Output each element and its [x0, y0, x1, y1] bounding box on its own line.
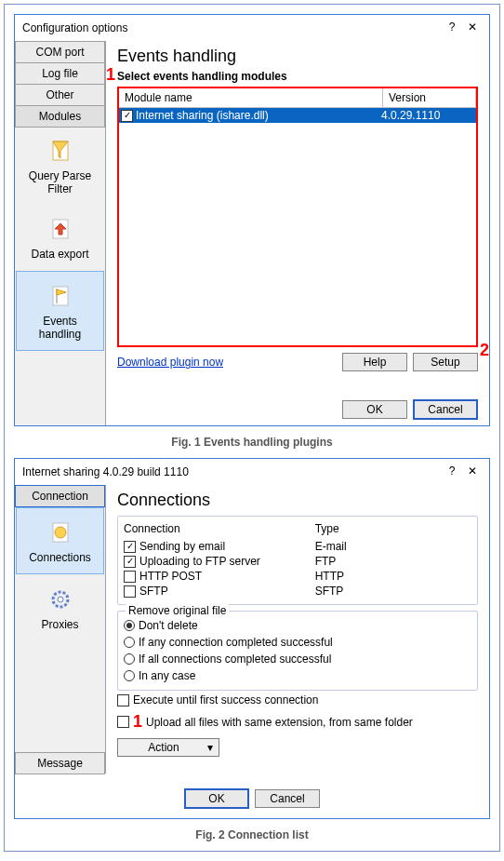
cancel-button[interactable]: Cancel [413, 399, 478, 420]
connection-name: HTTP POST [139, 570, 202, 583]
window-title: Internet sharing 4.0.29 build 1110 [22, 465, 441, 478]
close-button[interactable]: ✕ [463, 463, 482, 481]
connection-name: SFTP [139, 585, 168, 598]
sidebar: Connection Connections Proxies Message [15, 485, 106, 774]
ok-button[interactable]: OK [184, 788, 249, 809]
radio-icon [124, 670, 135, 681]
radio-dont-delete[interactable]: Don't delete [124, 617, 471, 634]
sidebar-item-label: Query Parse Filter [19, 169, 101, 195]
module-name: Internet sharing (ishare.dll) [136, 109, 269, 122]
connection-checkbox[interactable] [124, 571, 136, 583]
titlebar: Configuration options ? ✕ [15, 15, 489, 41]
radio-in-any[interactable]: In any case [124, 667, 471, 684]
column-header-name[interactable]: Module name [119, 88, 383, 107]
connection-name: Sending by email [139, 540, 225, 553]
figure-caption-2: Fig. 2 Connection list [5, 828, 499, 841]
connection-checkbox[interactable] [124, 541, 136, 553]
table-row[interactable]: SFTPSFTP [124, 584, 471, 599]
export-icon [46, 214, 75, 244]
connection-checkbox[interactable] [124, 585, 136, 598]
page-heading: Connections [117, 491, 478, 510]
list-header: Module name Version [119, 88, 476, 108]
figure-caption-1: Fig. 1 Events handling plugins [5, 436, 499, 449]
connection-type: SFTP [315, 585, 344, 598]
radio-if-any[interactable]: If any connection completed successful [124, 634, 471, 651]
module-checkbox[interactable] [121, 110, 133, 122]
checkbox-icon [117, 716, 129, 728]
connections-icon [46, 518, 75, 547]
internet-sharing-window: Internet sharing 4.0.29 build 1110 ? ✕ C… [14, 458, 490, 819]
sidebar-item-query-parse[interactable]: Query Parse Filter [15, 127, 105, 205]
connection-type: E-mail [315, 540, 347, 553]
tab-message[interactable]: Message [15, 752, 105, 774]
sidebar-item-label: Proxies [19, 618, 101, 631]
column-header-version[interactable]: Version [383, 88, 476, 107]
connection-type: FTP [315, 555, 337, 568]
gear-icon [46, 585, 75, 614]
page-subheading: Select events handling modules [117, 70, 478, 83]
svg-point-5 [55, 527, 66, 538]
remove-original-group: Remove original file Don't delete If any… [117, 611, 478, 691]
sidebar-item-connections[interactable]: Connections [16, 507, 104, 574]
connections-table-group: Connection Type Sending by emailE-mailUp… [117, 516, 478, 605]
column-header-type: Type [315, 522, 339, 535]
sidebar-item-events-handling[interactable]: Events handling [16, 271, 104, 351]
checkbox-icon [117, 694, 129, 706]
group-legend: Remove original file [126, 604, 229, 617]
annotation-1: 1 [106, 65, 115, 85]
help-button[interactable]: Help [342, 353, 407, 371]
sidebar-item-label: Data export [19, 248, 101, 261]
tab-modules[interactable]: Modules [15, 105, 105, 128]
svg-rect-2 [53, 287, 68, 305]
action-dropdown[interactable]: Action [117, 738, 219, 757]
filter-icon [46, 136, 75, 166]
sidebar-item-data-export[interactable]: Data export [15, 205, 105, 270]
sidebar-item-label: Connections [20, 551, 99, 564]
radio-if-all[interactable]: If all connections completed successful [124, 651, 471, 667]
table-row[interactable]: Sending by emailE-mail [124, 539, 471, 554]
connection-type: HTTP [315, 570, 344, 583]
page-heading: Events handling [117, 47, 478, 66]
annotation-1: 1 [133, 712, 142, 732]
flag-icon [46, 281, 75, 311]
help-button[interactable]: ? [443, 19, 461, 37]
radio-icon [124, 637, 135, 648]
table-row[interactable]: Uploading to FTP serverFTP [124, 554, 471, 569]
connection-name: Uploading to FTP server [139, 555, 260, 568]
titlebar: Internet sharing 4.0.29 build 1110 ? ✕ [15, 459, 489, 485]
connection-checkbox[interactable] [124, 556, 136, 568]
annotation-2: 2 [480, 341, 489, 360]
tab-com-port[interactable]: COM port [15, 41, 105, 63]
svg-point-7 [58, 597, 63, 602]
ok-button[interactable]: OK [342, 400, 407, 419]
config-options-window: Configuration options ? ✕ COM port Log f… [14, 14, 490, 426]
sidebar: COM port Log file Other Modules Query Pa… [15, 41, 106, 425]
modules-list: Module name Version Internet sharing (is… [117, 87, 478, 347]
cancel-button[interactable]: Cancel [255, 789, 320, 808]
sidebar-item-label: Events handling [20, 315, 99, 341]
window-title: Configuration options [22, 21, 441, 34]
help-button[interactable]: ? [443, 463, 461, 481]
module-version: 4.0.29.1110 [381, 109, 474, 122]
column-header-connection: Connection [124, 522, 315, 535]
table-row[interactable]: HTTP POSTHTTP [124, 569, 471, 584]
radio-icon [124, 620, 135, 631]
list-row[interactable]: Internet sharing (ishare.dll) 4.0.29.111… [119, 108, 476, 123]
sidebar-item-proxies[interactable]: Proxies [15, 575, 105, 640]
table-header: Connection Type [124, 522, 471, 539]
setup-button[interactable]: Setup [413, 353, 478, 371]
checkbox-execute-until[interactable]: Execute until first success connection [117, 691, 478, 709]
tab-log-file[interactable]: Log file [15, 62, 105, 85]
radio-icon [124, 653, 135, 665]
close-button[interactable]: ✕ [463, 19, 482, 37]
download-plugin-link[interactable]: Download plugin now [117, 356, 223, 369]
tab-other[interactable]: Other [15, 84, 105, 106]
tab-connection[interactable]: Connection [15, 485, 105, 507]
checkbox-upload-all[interactable]: 1Upload all files with same extension, f… [117, 709, 478, 734]
